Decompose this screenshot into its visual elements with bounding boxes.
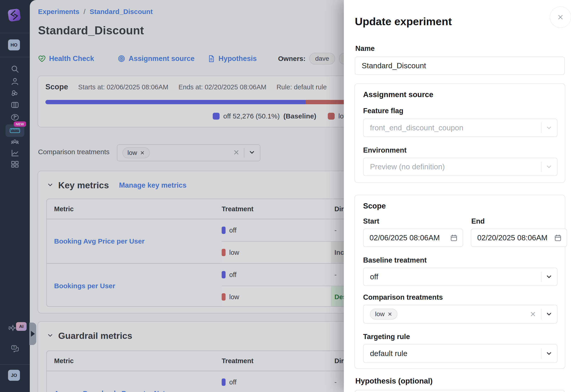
off-swatch-icon: [222, 227, 226, 234]
health-check-link[interactable]: Health Check: [38, 52, 94, 66]
sidebar-divider: [0, 33, 30, 33]
new-badge: NEW: [14, 121, 26, 127]
feature-flag-value: front_end_discount_coupon: [370, 124, 463, 132]
targeting-rule-label: Targeting rule: [363, 333, 410, 341]
select-divider: [541, 348, 542, 359]
metric-link[interactable]: Bookings per User: [54, 282, 115, 290]
legend-off-label: off 52,276 (50.1%): [223, 112, 280, 120]
metric-link[interactable]: Average Downloads Promoter Net: [54, 390, 165, 392]
assignment-source-link[interactable]: Assignment source: [118, 52, 195, 66]
end-date-input[interactable]: 02/20/2025 08:06AM: [471, 229, 567, 247]
ai-sparkle-icon[interactable]: [8, 324, 16, 333]
line-chart-icon[interactable]: [11, 149, 19, 157]
people-group-icon[interactable]: [11, 138, 19, 146]
feature-flag-label: Feature flag: [363, 107, 403, 115]
off-swatch-icon: [222, 271, 226, 278]
sidebar-divider: [0, 57, 30, 57]
panel-title: Update experiment: [355, 15, 452, 28]
breadcrumb-separator: /: [84, 8, 85, 15]
hexagons-icon[interactable]: [11, 89, 19, 98]
chip-remove-icon[interactable]: [387, 312, 392, 317]
col-metric: Metric: [47, 205, 222, 213]
treatment-name: off: [229, 227, 237, 234]
end-date-value: 02/20/2025 08:06AM: [477, 234, 547, 242]
low-swatch-icon: [222, 249, 226, 256]
health-check-label: Health Check: [49, 55, 94, 63]
user-icon[interactable]: [11, 77, 19, 86]
clear-selection-icon[interactable]: [529, 311, 536, 318]
svg-text:?: ?: [13, 346, 15, 349]
collapse-chevron-icon[interactable]: [47, 332, 54, 340]
select-divider: [244, 148, 244, 158]
name-input[interactable]: [355, 56, 565, 75]
statsig-logo-icon[interactable]: [8, 9, 21, 22]
breadcrumb-experiments-link[interactable]: Experiments: [38, 8, 79, 15]
owners-label: Owners:: [278, 55, 306, 63]
treatment-chip-low[interactable]: low: [370, 308, 398, 320]
assignment-source-card: Assignment source Feature flag front_end…: [354, 84, 565, 183]
name-label: Name: [355, 44, 374, 53]
assignment-source-label: Assignment source: [128, 55, 195, 63]
targeting-rule-select[interactable]: default rule: [363, 344, 557, 363]
baseline-treatment-select[interactable]: off: [363, 267, 557, 286]
comparison-treatments-label: Comparison treatments: [363, 293, 443, 302]
legend-item-off: off 52,276 (50.1%) (Baseline): [213, 112, 316, 120]
comparison-treatments-select[interactable]: low: [363, 305, 557, 323]
col-treatment: Treatment: [222, 205, 331, 213]
sidebar-expand-handle[interactable]: [29, 322, 36, 345]
user-avatar[interactable]: JO: [8, 370, 20, 381]
calendar-icon[interactable]: [450, 234, 458, 242]
chevron-down-icon[interactable]: [545, 350, 552, 357]
comparison-treatments-select[interactable]: low: [117, 144, 260, 161]
end-label: End: [471, 217, 485, 225]
clear-selection-icon[interactable]: [233, 149, 240, 157]
chip-label: low: [128, 149, 137, 156]
flag-circle-icon[interactable]: [11, 113, 19, 122]
treatment-name: off: [229, 378, 237, 386]
environment-value: Preview (no definition): [370, 162, 445, 171]
chevron-down-icon: [545, 125, 552, 131]
bullseye-icon: [118, 55, 125, 63]
arrow-right-icon: [31, 331, 35, 337]
sidebar: HO NEW: [0, 0, 30, 392]
select-divider: [541, 271, 542, 282]
close-button[interactable]: [550, 6, 571, 28]
close-icon: [557, 14, 564, 21]
treatment-chip-low[interactable]: low: [122, 147, 150, 158]
start-label: Start: [363, 217, 379, 225]
collapse-chevron-icon[interactable]: [47, 182, 54, 189]
select-divider: [541, 123, 542, 133]
assignment-source-title: Assignment source: [363, 90, 433, 99]
ruler-icon: [10, 128, 20, 134]
update-experiment-panel: Update experiment Name Assignment source…: [344, 0, 571, 392]
scope-ends-at: Ends at: 02/20/2025 08:06AM: [178, 84, 266, 91]
col-metric: Metric: [47, 357, 222, 365]
guardrail-metrics-title: Guardrail metrics: [58, 331, 132, 341]
treatment-name: low: [229, 293, 239, 301]
chip-remove-icon[interactable]: [140, 150, 145, 155]
metric-link[interactable]: Booking Avg Price per User: [54, 237, 145, 245]
owner-pill[interactable]: dave: [309, 53, 335, 65]
off-swatch-icon: [213, 113, 220, 120]
search-icon[interactable]: [11, 65, 19, 73]
key-metrics-title: Key metrics: [58, 180, 109, 190]
chevron-down-icon[interactable]: [248, 149, 255, 157]
baseline-treatment-value: off: [370, 272, 378, 281]
hypothesis-textarea[interactable]: [355, 390, 565, 392]
hypothesis-link[interactable]: Hypothesis: [207, 52, 257, 66]
treatment-name: low: [229, 249, 239, 256]
manage-key-metrics-link[interactable]: Manage key metrics: [119, 181, 186, 189]
help-chat-icon[interactable]: ?: [11, 344, 19, 353]
chevron-down-icon[interactable]: [545, 273, 552, 280]
off-swatch-icon: [222, 378, 226, 386]
columns-icon[interactable]: [11, 100, 19, 109]
chip-label: low: [375, 310, 385, 318]
breadcrumb-current-link[interactable]: Standard_Discount: [90, 8, 153, 15]
page-title: Standard_Discount: [38, 24, 144, 37]
dashboard-blocks-icon[interactable]: [11, 160, 19, 169]
chevron-down-icon[interactable]: [545, 311, 552, 318]
start-date-input[interactable]: 02/06/2025 08:06AM: [363, 229, 463, 247]
calendar-icon[interactable]: [554, 234, 562, 242]
sidebar-item-metrics-active[interactable]: NEW: [5, 125, 24, 137]
org-avatar[interactable]: HO: [8, 39, 20, 50]
